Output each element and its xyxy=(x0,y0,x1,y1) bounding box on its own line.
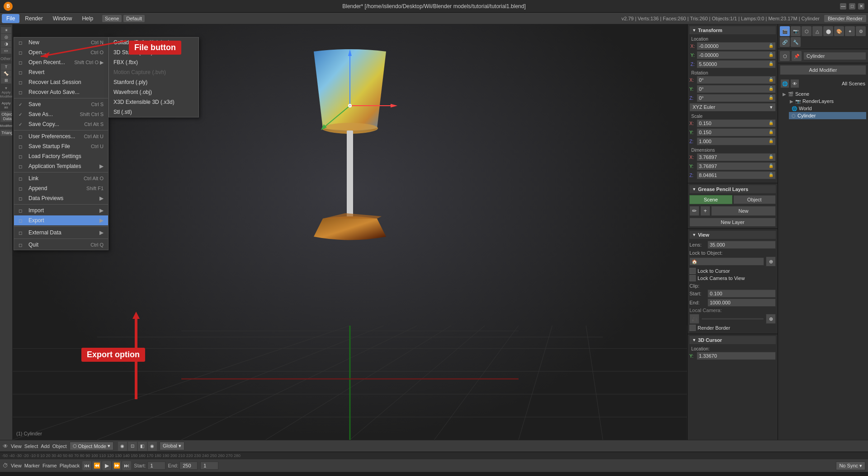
scale-z-field[interactable]: 1.000 🔒 xyxy=(697,137,776,145)
lock-object-btn[interactable]: ⊕ xyxy=(766,257,776,266)
prop-physics-icon[interactable]: ⚙ xyxy=(856,26,866,36)
menu-load-factory[interactable]: ◻ Load Factory Settings xyxy=(14,151,108,161)
menu-window[interactable]: Window xyxy=(48,14,77,23)
tool-sun[interactable]: ☀ xyxy=(1,27,11,33)
prop-modifiers-icon[interactable]: 🔧 xyxy=(791,37,801,47)
play-btn[interactable]: ▶ xyxy=(102,461,111,470)
lock-sx[interactable]: 🔒 xyxy=(769,121,774,126)
menu-help[interactable]: Help xyxy=(77,14,98,23)
minimize-button[interactable]: — xyxy=(840,3,846,9)
grease-scene-btn[interactable]: Scene xyxy=(689,195,732,204)
menu-save-copy[interactable]: ✓ Save Copy... Ctrl Alt S xyxy=(14,119,108,129)
scene-view-icon[interactable]: 👁 xyxy=(791,79,799,88)
render-layers-item[interactable]: ▶ 📷 RenderLayers xyxy=(789,98,866,105)
lock-y[interactable]: 🔒 xyxy=(769,52,774,58)
wire-mode-btn[interactable]: ⊡ xyxy=(128,442,137,451)
add-modifier-btn[interactable]: Add Modifier xyxy=(780,65,866,75)
viewport-add-btn[interactable]: Add xyxy=(41,443,50,449)
location-x-field[interactable]: -0.00000 🔒 xyxy=(697,42,776,50)
grease-object-btn[interactable]: Object xyxy=(733,195,776,204)
object-name-field[interactable]: Cylinder xyxy=(803,52,866,60)
prop-object-icon[interactable]: ⬡ xyxy=(802,26,811,36)
menu-import[interactable]: ◻ Import ▶ xyxy=(14,205,108,215)
menu-open[interactable]: ◻ Open... Ctrl O xyxy=(14,47,108,57)
prop-mesh-icon[interactable]: △ xyxy=(812,26,822,36)
menu-revert[interactable]: ◻ Revert xyxy=(14,67,108,77)
scene-selector[interactable]: Scene xyxy=(102,15,122,22)
render-mode-btn[interactable]: ◉ xyxy=(148,442,157,451)
grease-new-layer-btn[interactable]: New Layer xyxy=(689,218,776,227)
menu-file[interactable]: File xyxy=(2,14,19,23)
prev-key-btn[interactable]: ⏪ xyxy=(92,461,101,470)
grease-new-btn[interactable]: New xyxy=(711,206,776,216)
local-camera-btn[interactable]: ⊕ xyxy=(766,314,776,324)
viewport-view-btn[interactable]: View xyxy=(11,443,22,449)
lock-sy[interactable]: 🔒 xyxy=(769,130,774,135)
rotation-mode-select[interactable]: XYZ Euler ▾ xyxy=(689,103,776,112)
lock-z[interactable]: 🔒 xyxy=(769,61,774,67)
prop-particles-icon[interactable]: ✦ xyxy=(845,26,855,36)
export-3ds[interactable]: 3D Studio (.3ds) xyxy=(109,47,198,57)
viewport-select-btn[interactable]: Select xyxy=(24,443,38,449)
current-frame-field[interactable]: 1 xyxy=(200,462,218,470)
rotation-z-field[interactable]: 0° 🔒 xyxy=(697,94,776,102)
grease-pencil-plus-icon[interactable]: + xyxy=(700,206,710,216)
menu-recover-last[interactable]: ◻ Recover Last Session xyxy=(14,77,108,87)
start-frame-field[interactable]: 1 xyxy=(147,462,165,470)
grease-pencil-draw-icon[interactable]: ✏ xyxy=(689,206,699,216)
lock-dy[interactable]: 🔒 xyxy=(769,163,774,169)
solid-mode-btn[interactable]: ◉ xyxy=(118,442,127,451)
tool-hemi[interactable]: ◑ xyxy=(1,41,11,47)
menu-export[interactable]: ◻ Export ▶ xyxy=(14,215,108,225)
world-item[interactable]: 🌐 World xyxy=(789,105,866,112)
viewport-object-btn[interactable]: Object xyxy=(52,443,67,449)
material-mode-btn[interactable]: ◧ xyxy=(138,442,147,451)
menu-save-as[interactable]: ✓ Save As... Shift Ctrl S xyxy=(14,109,108,119)
jump-start-btn[interactable]: ⏮ xyxy=(82,461,91,470)
lock-cursor-checkbox[interactable] xyxy=(689,268,696,274)
menu-user-prefs[interactable]: ◻ User Preferences... Ctrl Alt U xyxy=(14,131,108,141)
menu-data-previews[interactable]: ◻ Data Previews ▶ xyxy=(14,193,108,203)
menu-save-startup[interactable]: ◻ Save Startup File Ctrl U xyxy=(14,141,108,151)
tool-spot[interactable]: ◎ xyxy=(1,34,11,40)
lock-rz[interactable]: 🔒 xyxy=(769,95,774,101)
lock-sz[interactable]: 🔒 xyxy=(769,139,774,144)
location-y-field[interactable]: -0.00000 🔒 xyxy=(697,51,776,59)
menu-recover-auto[interactable]: ◻ Recover Auto Save... xyxy=(14,87,108,97)
timeline-view-btn[interactable]: View xyxy=(11,463,22,468)
prop-material-icon[interactable]: ⬤ xyxy=(823,26,833,36)
local-camera-field[interactable] xyxy=(701,317,764,320)
rotation-y-field[interactable]: 0° 🔒 xyxy=(697,85,776,93)
export-x3d[interactable]: X3D Extensible 3D (.x3d) xyxy=(109,97,198,107)
lock-object-field[interactable]: 🏠 xyxy=(689,257,764,266)
cursor-y-field[interactable]: 1.33670 xyxy=(697,352,776,360)
lock-x[interactable]: 🔒 xyxy=(769,43,774,49)
tool-area[interactable]: ▭ xyxy=(1,47,11,54)
export-collada[interactable]: Collada (Default) (.dae) xyxy=(109,37,198,47)
menu-append[interactable]: ◻ Append Shift F1 xyxy=(14,183,108,193)
menu-render[interactable]: Render xyxy=(20,14,47,23)
sync-selector[interactable]: No Sync ▾ xyxy=(836,462,865,470)
timeline-playback-btn[interactable]: Playback xyxy=(60,463,80,468)
lock-camera-checkbox[interactable] xyxy=(689,275,696,281)
maximize-button[interactable]: □ xyxy=(849,3,855,9)
lock-ry[interactable]: 🔒 xyxy=(769,86,774,92)
tool-lattice[interactable]: ⊞ xyxy=(1,77,11,84)
prop-render-icon[interactable]: 📷 xyxy=(791,26,801,36)
global-selector[interactable]: Global ▾ xyxy=(160,442,184,450)
render-border-checkbox[interactable] xyxy=(689,325,696,331)
tool-text[interactable]: T xyxy=(1,64,11,70)
dim-z-field[interactable]: 8.04861 🔒 xyxy=(697,171,776,179)
dim-y-field[interactable]: 3.76897 🔒 xyxy=(697,162,776,170)
next-key-btn[interactable]: ⏩ xyxy=(112,461,121,470)
prop-constraints-icon[interactable]: 🔗 xyxy=(780,37,790,47)
timeline-frame-btn[interactable]: Frame xyxy=(42,463,57,468)
mode-selector[interactable]: ⬡ Object Mode ▾ xyxy=(70,442,113,450)
menu-new[interactable]: ◻ New Ctrl N xyxy=(14,37,108,47)
object-data-select[interactable]: Object Data ▾ xyxy=(0,111,11,122)
scale-y-field[interactable]: 0.150 🔒 xyxy=(697,128,776,136)
lens-field[interactable]: 35.000 xyxy=(708,241,776,249)
scene-name[interactable]: Default xyxy=(123,15,145,22)
export-fbx[interactable]: FBX (.fbx) xyxy=(109,57,198,67)
menu-open-recent[interactable]: ◻ Open Recent... Shift Ctrl O ▶ xyxy=(14,57,108,67)
